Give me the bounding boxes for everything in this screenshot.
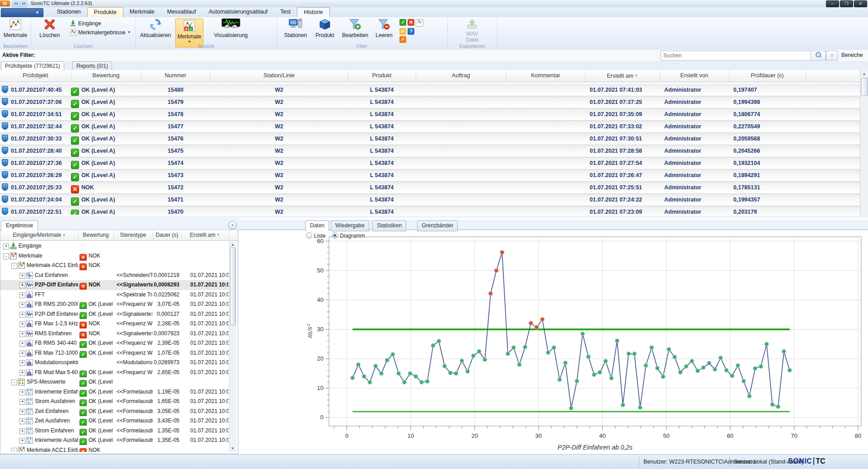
tree-row[interactable]: +FB RMS 340-440 Hz✓OK (Level A)<<Frequen…	[0, 338, 229, 348]
expand-icon[interactable]: +	[19, 428, 25, 434]
tree-row[interactable]: +FB Mod Max 5-60 Hz✓OK (Level A)<<Freque…	[0, 368, 229, 378]
close-button[interactable]: ✕	[854, 0, 867, 7]
tree-row[interactable]: +1²Inkremente Ausfahren✓OK (Level A)<<Fo…	[0, 436, 229, 446]
table-row[interactable]: 01.07.202107:34:51✓OK (Level A)15478W2L …	[0, 108, 860, 121]
visualisierung-button[interactable]: Visualisierung	[206, 19, 256, 38]
table-row[interactable]: 01.07.202107:30:33✓OK (Level A)15476W2L …	[0, 133, 860, 145]
ribbon-tab-stationen[interactable]: Stationen	[51, 7, 87, 17]
table-row[interactable]: 01.07.202107:37:06✓OK (Level A)15479W2L …	[0, 96, 860, 108]
expand-icon[interactable]: +	[19, 409, 25, 415]
scroll-up-icon[interactable]: ▲	[861, 71, 867, 77]
wav-export-button[interactable]: WAV Datei	[458, 19, 486, 43]
tree-row[interactable]: +Cut Einfahren<<Schneiden/Trig0,00012190…	[0, 271, 229, 281]
grid-vertical-scrollbar[interactable]: ▲	[860, 70, 868, 216]
collapse-panel-icon[interactable]: ‹	[228, 221, 237, 230]
expand-icon[interactable]: +	[19, 282, 25, 288]
filter-bearbeiten-button[interactable]: Bearbeiten	[340, 19, 371, 38]
filter-chart-icon[interactable]	[416, 19, 423, 27]
ribbon-tab-automatisierungsablauf[interactable]: Automatisierungsablauf	[202, 7, 274, 17]
table-row[interactable]: 01.07.202107:26:29✓OK (Level A)15473W2L …	[0, 169, 860, 182]
table-row[interactable]: 01.07.202107:40:45✓OK (Level A)15480W2L …	[0, 84, 860, 96]
table-row[interactable]: 01.07.202107:28:40✓OK (Level A)15475W2L …	[0, 145, 860, 157]
filter-question-icon[interactable]: ?	[408, 28, 414, 35]
stationen-filter-button[interactable]: Stationen	[281, 19, 310, 38]
table-row[interactable]: 01.07.202107:24:04✓OK (Level A)15471W2L …	[0, 194, 860, 206]
tree-row[interactable]: +1²Zeit Ausfahren✓OK (Level A)<<Formelau…	[0, 416, 229, 426]
app-menu-button[interactable]: ▼	[1, 8, 43, 18]
expand-icon[interactable]: +	[19, 399, 25, 405]
tree-row[interactable]: +1²Strom Ausfahren✓OK (Level A)<<Formela…	[0, 397, 229, 407]
merkmale-button[interactable]: Merkmale	[3, 19, 28, 38]
loeschen-button[interactable]: Löschen	[37, 19, 62, 38]
detail-tab-grenzbänder[interactable]: Grenzbänder	[417, 220, 458, 231]
tree-row[interactable]: +FFT<<Spektrale Trans0,022506201.07.2021…	[0, 290, 229, 300]
collapse-icon[interactable]: -	[11, 448, 17, 452]
expand-icon[interactable]: +	[19, 292, 25, 298]
expand-icon[interactable]: +	[19, 360, 25, 366]
expand-icon[interactable]: +	[19, 321, 25, 327]
produkt-filter-button[interactable]: Produkt	[312, 19, 338, 38]
ribbon-tab-merkmale[interactable]: Merkmale	[123, 7, 161, 17]
tree-row[interactable]: -Merkmale ACC1 Einfahren R✕NOK	[0, 261, 229, 271]
tree-row[interactable]: +FB Max 1-2,5 kHz✕NOK<<Frequenz Wert2,28…	[0, 319, 229, 329]
table-row[interactable]: 01.07.202107:25:33✕NOK15472W2L 54387401.…	[0, 182, 860, 194]
doc-tab[interactable]: Prüfobjekte (77/29621)	[1, 61, 64, 71]
maximize-button[interactable]: ❐	[840, 0, 853, 7]
column-header-1[interactable]: Bewertung	[71, 70, 141, 81]
scroll-down-icon[interactable]: ▼	[230, 446, 235, 451]
expand-icon[interactable]: +	[19, 312, 25, 318]
tree-row[interactable]: +1²Inkremente Einfahren✓OK (Level A)<<Fo…	[0, 387, 229, 397]
expand-icon[interactable]: +	[19, 389, 25, 395]
filter-orange-check-icon[interactable]: ✓	[399, 36, 406, 43]
ribbon-tab-test[interactable]: Test	[274, 7, 297, 17]
tree-column-header-0[interactable]: Eingänge/Merkmale ▲	[0, 230, 79, 240]
column-header-5[interactable]: Auftrag	[416, 70, 507, 81]
tree-row[interactable]: -SPS-Messwerte✓OK (Level A)	[0, 377, 229, 387]
column-header-3[interactable]: Station/Linie	[210, 70, 348, 81]
filter-ok-check-icon[interactable]: ✓	[399, 19, 406, 26]
tree-row[interactable]: +Modulationsspektrum<<Modulationssp0,026…	[0, 358, 229, 368]
expand-icon[interactable]: +	[19, 438, 25, 444]
minimize-button[interactable]: ─	[826, 0, 839, 7]
tree-row[interactable]: +Eingänge	[0, 241, 229, 251]
column-header-6[interactable]: Kommentar	[506, 70, 586, 81]
filter-nok-x-icon[interactable]: ✕	[408, 19, 414, 26]
quick-access-icon-1[interactable]	[13, 1, 19, 7]
detail-tab-wiedergabe[interactable]: Wiedergabe	[331, 220, 369, 231]
filter-warn-check-icon[interactable]: ✓	[399, 28, 406, 35]
tree-row[interactable]: +P2P-Diff Einfahren Start✓OK (Level A)<<…	[0, 310, 229, 319]
tree-row[interactable]: +1²Strom Einfahren✓OK (Level A)<<Formela…	[0, 426, 229, 436]
filter-leeren-button[interactable]: Leeren	[372, 19, 396, 38]
collapse-icon[interactable]: -	[11, 380, 17, 385]
tree-row[interactable]: +P2P-Diff Einfahren ab 0,2:✕NOK<<Signalw…	[0, 280, 229, 290]
tree-row[interactable]: -Merkmale✕NOK	[0, 251, 229, 261]
tree-column-header-4[interactable]: Erstellt am ▼	[181, 230, 229, 240]
table-row[interactable]: 01.07.202107:27:36✓OK (Level A)15474W2L …	[0, 157, 860, 169]
scroll-up-icon[interactable]: ▲	[230, 242, 235, 248]
tree-row[interactable]: -Merkmale ACC1 Einfahren L✕NOK	[0, 446, 229, 452]
expand-icon[interactable]: +	[19, 351, 25, 356]
grid-scroll-thumb[interactable]	[861, 78, 868, 96]
expand-icon[interactable]: +	[19, 331, 25, 337]
tree-column-header-2[interactable]: Stereotype	[113, 230, 153, 240]
merkmalergebnisse-button[interactable]: Merkmalergebnisse ▼	[70, 29, 131, 36]
tree-vertical-scrollbar[interactable]: ▲ ▼	[229, 241, 236, 452]
table-row[interactable]: 01.07.202107:32:44✓OK (Level A)15477W2L …	[0, 121, 860, 133]
search-options-dropdown[interactable]: ▽	[826, 51, 838, 61]
p2p-diff-line-chart[interactable]: 010203040506070800102030405060m/s²P2P-Di…	[305, 234, 866, 454]
tree-column-header-1[interactable]: Bewertung	[78, 230, 114, 240]
collapse-icon[interactable]: -	[11, 263, 17, 269]
tree-row[interactable]: +RMS Einfahren✕NOK<<Signalwerte>>0,00079…	[0, 329, 229, 339]
detail-tab-statistiken[interactable]: Statistiken	[372, 220, 406, 231]
search-input[interactable]	[661, 51, 815, 61]
detail-tab-daten[interactable]: Daten	[305, 220, 329, 231]
tree-row[interactable]: +FB RMS 200-2000 Hz✓OK (Level A)<<Freque…	[0, 300, 229, 310]
expand-icon[interactable]: +	[3, 244, 9, 249]
expand-icon[interactable]: +	[19, 273, 25, 279]
search-button[interactable]	[811, 51, 826, 61]
ribbon-tab-produkte[interactable]: Produkte	[87, 7, 123, 18]
eingaenge-button[interactable]: Eingänge	[70, 20, 101, 27]
tree-column-header-3[interactable]: Dauer (s)	[153, 230, 182, 240]
column-header-4[interactable]: Produkt	[348, 70, 416, 81]
expand-icon[interactable]: +	[19, 418, 25, 424]
